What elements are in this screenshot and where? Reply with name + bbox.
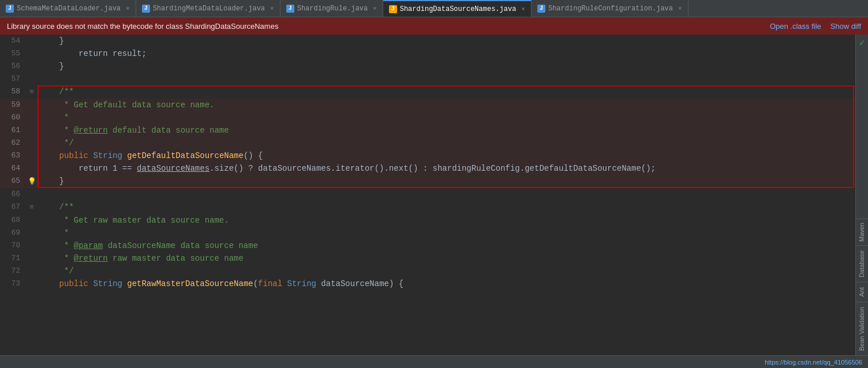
status-bar: https://blog.csdn.net/qq_41056506: [0, 355, 868, 368]
tab-sharding-meta[interactable]: JShardingMetaDataLoader.java×: [136, 0, 280, 17]
table-row: 66: [0, 188, 855, 201]
tab-sharding-ds-names[interactable]: JShardingDataSourceNames.java×: [383, 0, 532, 17]
line-number: 58: [0, 85, 26, 99]
bulb-icon[interactable]: 💡: [28, 178, 36, 186]
line-number: 63: [0, 149, 26, 162]
tab-bar: JSchemaMetaDataLoader.java×JShardingMeta…: [0, 0, 868, 17]
line-gutter: [26, 73, 38, 85]
line-content: }: [38, 60, 855, 73]
warning-text: Library source does not match the byteco…: [7, 22, 278, 31]
line-gutter: [26, 188, 38, 201]
maven-panel[interactable]: Maven: [856, 219, 868, 245]
line-gutter: [26, 214, 38, 227]
line-gutter: [26, 239, 38, 252]
line-content: * Get default data source name.: [38, 99, 855, 111]
line-content: */: [38, 265, 855, 277]
line-gutter: ≡: [26, 85, 38, 99]
table-row: 62 */: [0, 137, 855, 149]
line-content: public String getRawMasterDataSourceName…: [38, 277, 855, 290]
status-url[interactable]: https://blog.csdn.net/qq_41056506: [765, 359, 862, 366]
line-content: [38, 188, 855, 201]
show-diff-link[interactable]: Show diff: [830, 22, 861, 31]
line-content: }: [38, 35, 855, 47]
tab-close-sharding-rule[interactable]: ×: [373, 5, 377, 12]
line-gutter: [26, 111, 38, 124]
line-content: return 1 == dataSourceNames.size() ? dat…: [38, 162, 855, 175]
table-row: 56 }: [0, 60, 855, 73]
table-row: 64 return 1 == dataSourceNames.size() ? …: [0, 162, 855, 175]
line-gutter: 💡: [26, 175, 38, 188]
table-row: 70 * @param dataSourceName data source n…: [0, 239, 855, 252]
table-row: 72 */: [0, 265, 855, 277]
line-gutter: [26, 265, 38, 277]
table-row: 63 public String getDefaultDataSourceNam…: [0, 149, 855, 162]
line-number: 65: [0, 175, 26, 188]
line-gutter: [26, 35, 38, 47]
right-sidebar: ✓ Maven Database Ant Bean Validation: [855, 35, 868, 355]
line-gutter: [26, 124, 38, 137]
line-content: * @return raw master data source name: [38, 252, 855, 265]
line-content: * @param dataSourceName data source name: [38, 239, 855, 252]
line-number: 67: [0, 201, 26, 214]
tab-icon-sharding-meta: J: [142, 5, 150, 13]
line-content: return result;: [38, 47, 855, 60]
line-content: *: [38, 227, 855, 239]
tab-close-sharding-meta[interactable]: ×: [270, 5, 274, 12]
tab-label-sharding-ds-names: ShardingDataSourceNames.java: [400, 5, 517, 13]
line-gutter: [26, 227, 38, 239]
table-row: 71 * @return raw master data source name: [0, 252, 855, 265]
tab-close-schema[interactable]: ×: [126, 5, 130, 12]
line-number: 69: [0, 227, 26, 239]
table-row: 65💡 }: [0, 175, 855, 188]
line-number: 66: [0, 188, 26, 201]
line-number: 71: [0, 252, 26, 265]
table-row: 67≡ /**: [0, 201, 855, 214]
tab-schema[interactable]: JSchemaMetaDataLoader.java×: [0, 0, 136, 17]
line-gutter: [26, 60, 38, 73]
line-gutter: [26, 99, 38, 111]
tab-sharding-rule[interactable]: JShardingRule.java×: [280, 0, 383, 17]
tab-close-sharding-ds-names[interactable]: ×: [521, 6, 525, 13]
line-content: */: [38, 137, 855, 149]
line-number: 54: [0, 35, 26, 47]
line-gutter: [26, 137, 38, 149]
fold-icon[interactable]: ≡: [29, 88, 34, 96]
tab-sharding-rule-config[interactable]: JShardingRuleConfiguration.java×: [532, 0, 689, 17]
bean-validation-panel[interactable]: Bean Validation: [856, 302, 868, 355]
line-number: 73: [0, 277, 26, 290]
line-gutter: [26, 252, 38, 265]
tab-icon-schema: J: [6, 5, 14, 13]
table-row: 60 *: [0, 111, 855, 124]
line-content: [38, 73, 855, 85]
code-editor: 54 }55 return result;56 }57 58≡ /**59 * …: [0, 35, 855, 355]
line-content: }: [38, 175, 855, 188]
fold-icon[interactable]: ≡: [29, 203, 34, 212]
tab-icon-sharding-ds-names: J: [389, 5, 397, 13]
database-panel[interactable]: Database: [856, 245, 868, 282]
warning-actions: Open .class file Show diff: [770, 22, 861, 31]
line-gutter: [26, 277, 38, 290]
code-table: 54 }55 return result;56 }57 58≡ /**59 * …: [0, 35, 855, 290]
table-row: 55 return result;: [0, 47, 855, 60]
ant-panel[interactable]: Ant: [856, 282, 868, 302]
line-number: 70: [0, 239, 26, 252]
tab-close-sharding-rule-config[interactable]: ×: [678, 5, 682, 12]
tab-icon-sharding-rule: J: [286, 5, 294, 13]
line-number: 60: [0, 111, 26, 124]
warning-bar: Library source does not match the byteco…: [0, 17, 868, 35]
line-gutter: [26, 47, 38, 60]
line-content: *: [38, 111, 855, 124]
line-number: 62: [0, 137, 26, 149]
line-gutter: [26, 162, 38, 175]
line-number: 57: [0, 73, 26, 85]
table-row: 61 * @return default data source name: [0, 124, 855, 137]
line-content: * @return default data source name: [38, 124, 855, 137]
tab-label-sharding-rule-config: ShardingRuleConfiguration.java: [548, 5, 673, 13]
line-gutter: ≡: [26, 201, 38, 214]
tab-label-sharding-rule: ShardingRule.java: [297, 5, 368, 13]
line-content: public String getDefaultDataSourceName()…: [38, 149, 855, 162]
tab-label-sharding-meta: ShardingMetaDataLoader.java: [153, 5, 265, 13]
open-class-file-link[interactable]: Open .class file: [770, 22, 821, 31]
line-content: /**: [38, 85, 855, 99]
line-number: 68: [0, 214, 26, 227]
